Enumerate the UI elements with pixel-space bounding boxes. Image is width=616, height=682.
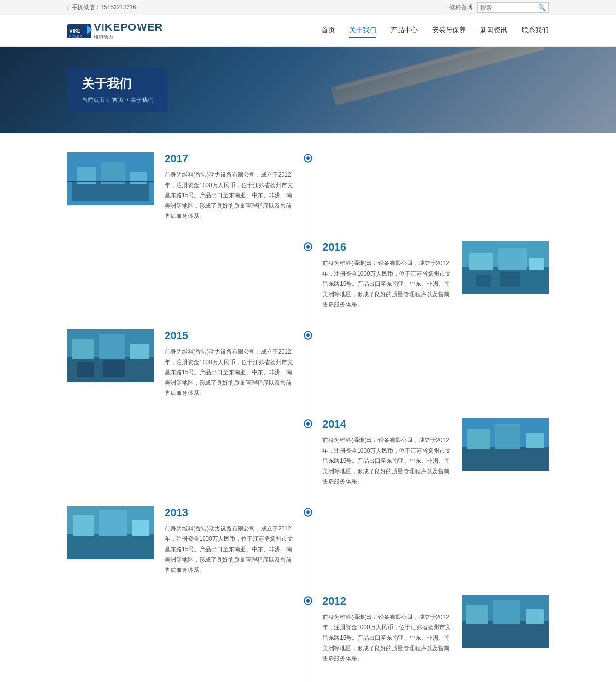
timeline-year-2014: 2014 (322, 418, 451, 430)
svg-rect-24 (77, 362, 94, 377)
breadcrumb-home[interactable]: 首页 (112, 97, 124, 103)
timeline-desc-2014: 前身为维科(香港)动力设备有限公司，成立于2012年，注册资金1000万人民币，… (322, 435, 451, 487)
timeline-textbox-2017: 2017 前身为维科(香港)动力设备有限公司，成立于2012年，注册资金1000… (160, 152, 298, 222)
nav-about[interactable]: 关于我们 (349, 24, 376, 38)
timeline-desc-2015: 前身为维科(香港)动力设备有限公司，成立于2012年，注册资金1000万人民币，… (165, 347, 294, 399)
timeline-dot-2013 (298, 506, 318, 516)
timeline-left-2013: 2013 前身为维科(香港)动力设备有限公司，成立于2012年，注册资金1000… (67, 506, 298, 576)
timeline-item-2014: 2014 前身为维科(香港)动力设备有限公司，成立于2012年，注册资金1000… (67, 418, 549, 487)
hero-title: 关于我们 (82, 76, 154, 92)
logo-icon: VIKE POWER (67, 20, 94, 41)
timeline-year-2016: 2016 (322, 241, 451, 253)
svg-text:VIKE: VIKE (69, 28, 81, 34)
svg-rect-25 (103, 360, 125, 377)
search-input[interactable] (480, 4, 538, 11)
timeline-image-2012 (462, 595, 549, 648)
breadcrumb-current: 关于我们 (130, 97, 154, 103)
weibo-label: 微科微博 (449, 3, 473, 12)
timeline-textbox-2013: 2013 前身为维科(香港)动力设备有限公司，成立于2012年，注册资金1000… (160, 506, 298, 576)
timeline-dot-2012 (298, 595, 318, 604)
timeline-right-2016: 2016 前身为维科(香港)动力设备有限公司，成立于2012年，注册资金1000… (318, 241, 549, 310)
svg-rect-30 (526, 433, 544, 448)
timeline-item-2013: 2013 前身为维科(香港)动力设备有限公司，成立于2012年，注册资金1000… (67, 506, 549, 576)
nav-products[interactable]: 产品中心 (391, 24, 418, 38)
timeline-textbox-2014: 2014 前身为维科(香港)动力设备有限公司，成立于2012年，注册资金1000… (318, 418, 456, 487)
svg-rect-40 (526, 609, 544, 624)
breadcrumb-separator: > (126, 97, 130, 103)
svg-rect-28 (467, 429, 490, 449)
timeline-image-2015 (67, 329, 154, 382)
timeline: 2017 前身为维科(香港)动力设备有限公司，成立于2012年，注册资金1000… (67, 152, 549, 682)
timeline-dot-2016 (298, 241, 318, 250)
timeline-dot-2017 (298, 152, 318, 162)
breadcrumb-prefix: 当前页面： (82, 97, 111, 103)
top-bar:  手机微信：15153213216 微科微博 🔍 (0, 0, 616, 15)
timeline-year-2012: 2012 (322, 595, 451, 607)
svg-rect-35 (132, 520, 149, 536)
timeline-item-2015: 2015 前身为维科(香港)动力设备有限公司，成立于2012年，注册资金1000… (67, 329, 549, 399)
svg-rect-37 (462, 621, 549, 648)
timeline-desc-2013: 前身为维科(香港)动力设备有限公司，成立于2012年，注册资金1000万人民币，… (165, 524, 294, 576)
wechat-icon:  (67, 4, 69, 11)
timeline-desc-2016: 前身为维科(香港)动力设备有限公司，成立于2012年，注册资金1000万人民币，… (322, 258, 451, 310)
nav-home[interactable]: 首页 (321, 24, 335, 38)
dot-2016 (305, 243, 311, 250)
timeline-year-2013: 2013 (165, 506, 294, 519)
svg-rect-32 (67, 534, 154, 559)
timeline-desc-2012: 前身为维科(香港)动力设备有限公司，成立于2012年，注册资金1000万人民币，… (322, 612, 451, 664)
svg-rect-17 (476, 275, 491, 287)
svg-rect-38 (466, 605, 488, 624)
svg-rect-21 (72, 339, 94, 359)
timeline-image-2013 (67, 506, 154, 559)
logo-main-text: VIKEPOWER (94, 21, 163, 33)
timeline-textbox-2015: 2015 前身为维科(香港)动力设备有限公司，成立于2012年，注册资金1000… (160, 329, 298, 399)
svg-rect-15 (498, 248, 527, 270)
timeline-left-2017: 2017 前身为维科(香港)动力设备有限公司，成立于2012年，注册资金1000… (67, 152, 298, 222)
dot-2012 (305, 597, 311, 604)
top-bar-left:  手机微信：15153213216 (67, 3, 136, 12)
svg-rect-34 (99, 510, 127, 536)
svg-rect-14 (469, 253, 493, 270)
timeline-year-2015: 2015 (165, 329, 294, 342)
svg-text:POWER: POWER (69, 35, 82, 38)
main-nav: 首页 关于我们 产品中心 安装与保养 新闻资讯 联系我们 (321, 24, 549, 38)
svg-rect-9 (101, 162, 125, 184)
svg-rect-39 (493, 600, 520, 624)
svg-rect-10 (130, 172, 147, 184)
top-bar-right: 微科微博 🔍 (449, 2, 549, 13)
timeline-item-2012: 2012 前身为维科(香港)动力设备有限公司，成立于2012年，注册资金1000… (67, 595, 549, 664)
timeline-textbox-2016: 2016 前身为维科(香港)动力设备有限公司，成立于2012年，注册资金1000… (318, 241, 456, 310)
timeline-right-2014: 2014 前身为维科(香港)动力设备有限公司，成立于2012年，注册资金1000… (318, 418, 549, 487)
search-box[interactable]: 🔍 (477, 2, 549, 13)
timeline-left-2015: 2015 前身为维科(香港)动力设备有限公司，成立于2012年，注册资金1000… (67, 329, 298, 399)
wechat-label: 手机微信：15153213216 (72, 3, 136, 12)
timeline-image-2016 (462, 241, 549, 294)
hero-content: 关于我们 当前页面： 首页 > 关于我们 (67, 68, 549, 112)
svg-rect-23 (130, 344, 149, 359)
breadcrumb: 当前页面： 首页 > 关于我们 (82, 96, 154, 104)
nav-news[interactable]: 新闻资讯 (480, 24, 507, 38)
svg-rect-16 (529, 258, 544, 270)
timeline-right-2012: 2012 前身为维科(香港)动力设备有限公司，成立于2012年，注册资金1000… (318, 595, 549, 664)
dot-2014 (305, 420, 311, 427)
nav-contact[interactable]: 联系我们 (522, 24, 549, 38)
svg-rect-33 (73, 515, 94, 536)
timeline-image-2017 (67, 152, 154, 205)
logo: VIKE POWER VIKEPOWER 维科动力 (67, 20, 163, 41)
dot-2017 (305, 155, 311, 162)
dot-2013 (305, 509, 311, 516)
nav-install[interactable]: 安装与保养 (432, 24, 466, 38)
timeline-textbox-2012: 2012 前身为维科(香港)动力设备有限公司，成立于2012年，注册资金1000… (318, 595, 456, 664)
dot-2015 (305, 332, 311, 339)
timeline-desc-2017: 前身为维科(香港)动力设备有限公司，成立于2012年，注册资金1000万人民币，… (165, 170, 294, 222)
svg-rect-7 (72, 181, 149, 201)
search-button[interactable]: 🔍 (538, 4, 546, 11)
header: VIKE POWER VIKEPOWER 维科动力 首页 关于我们 产品中心 安… (0, 15, 616, 47)
hero-title-box: 关于我们 当前页面： 首页 > 关于我们 (67, 68, 168, 112)
timeline-item-2016: 2016 前身为维科(香港)动力设备有限公司，成立于2012年，注册资金1000… (67, 241, 549, 310)
timeline-item-2017: 2017 前身为维科(香港)动力设备有限公司，成立于2012年，注册资金1000… (67, 152, 549, 222)
timeline-dot-2014 (298, 418, 318, 427)
timeline-dot-2015 (298, 329, 318, 339)
hero-banner: 关于我们 当前页面： 首页 > 关于我们 (0, 47, 616, 133)
timeline-image-2014 (462, 418, 549, 471)
